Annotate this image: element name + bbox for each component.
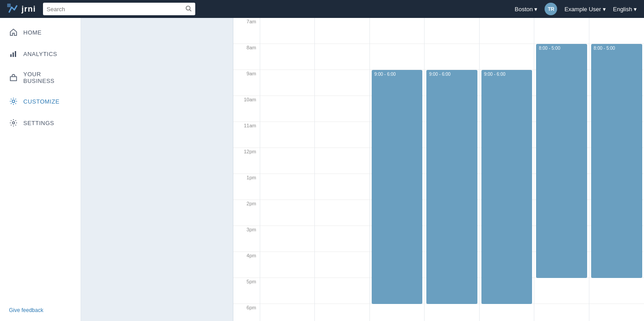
schedule-block-col5-label: 9:00 - 6:00: [484, 72, 506, 77]
language-label: English: [613, 6, 632, 13]
time-slot-10am: 10am: [233, 96, 260, 122]
time-slot-2pm: 2pm: [233, 200, 260, 226]
schedule-area[interactable]: 7am 8am 9am 10am 11am 12pm 1pm 2pm 3pm 4…: [233, 18, 644, 321]
schedule-block-col4-label: 9:00 - 6:00: [429, 72, 451, 77]
time-slot-5pm: 5pm: [233, 278, 260, 304]
sidebar-customize-label: CUSTOMIZE: [23, 98, 60, 105]
header-right: Boston ▾ TR Example User ▾ English ▾: [515, 3, 637, 15]
day-col-5: 9:00 - 6:00: [480, 18, 534, 321]
svg-rect-4: [13, 52, 14, 57]
language-selector[interactable]: English ▾: [613, 6, 637, 13]
time-slot-4pm: 4pm: [233, 252, 260, 278]
svg-line-2: [190, 9, 192, 11]
search-button[interactable]: [185, 5, 192, 13]
time-slot-12pm: 12pm: [233, 148, 260, 174]
user-dropdown-icon: ▾: [603, 6, 606, 13]
location-selector[interactable]: Boston ▾: [515, 6, 537, 13]
settings-icon: [9, 118, 18, 127]
svg-point-8: [13, 122, 15, 124]
left-panel: [81, 18, 233, 321]
search-icon: [185, 5, 192, 12]
customize-icon: [9, 97, 18, 106]
svg-point-1: [186, 6, 190, 10]
sidebar-business-label: YOUR BUSINESS: [23, 71, 72, 84]
sidebar-item-customize[interactable]: CUSTOMIZE: [0, 91, 81, 112]
day-col-3: 9:00 - 6:00: [370, 18, 425, 321]
search-input[interactable]: [47, 6, 185, 13]
content-area: 7am 8am 9am 10am 11am 12pm 1pm 2pm 3pm 4…: [81, 18, 644, 321]
svg-point-7: [12, 100, 15, 103]
logo-text: jrni: [21, 4, 36, 14]
sidebar-nav: HOME ANALYTICS: [0, 22, 81, 300]
time-slot-8am: 8am: [233, 44, 260, 70]
sidebar-analytics-label: ANALYTICS: [23, 51, 57, 57]
language-dropdown-icon: ▾: [634, 6, 637, 13]
logo: jrni: [7, 4, 36, 14]
search-box: [43, 3, 195, 15]
schedule-block-col5[interactable]: 9:00 - 6:00: [481, 70, 532, 304]
sidebar-item-your-business[interactable]: YOUR BUSINESS: [0, 65, 81, 91]
logo-icon: [7, 4, 20, 14]
analytics-icon: [9, 49, 18, 58]
sidebar-settings-label: SETTINGS: [23, 120, 54, 126]
day-col-4: 9:00 - 6:00: [425, 18, 479, 321]
header: jrni Boston ▾ TR Example User ▾ English …: [0, 0, 644, 18]
day-col-6: 8:00 - 5:00: [534, 18, 589, 321]
main-layout: HOME ANALYTICS: [0, 18, 644, 321]
location-label: Boston: [515, 6, 532, 13]
user-name-label: Example User: [564, 6, 601, 13]
svg-rect-6: [10, 77, 17, 81]
day-col-2: [315, 18, 369, 321]
sidebar: HOME ANALYTICS: [0, 18, 81, 321]
svg-rect-0: [7, 4, 11, 7]
time-slot-1pm: 1pm: [233, 174, 260, 200]
day-col-1: [260, 18, 315, 321]
sidebar-footer: Give feedback: [0, 300, 81, 321]
schedule-block-col7-label: 8:00 - 5:00: [594, 46, 615, 51]
schedule-block-col6[interactable]: 8:00 - 5:00: [536, 44, 587, 278]
day-col-7: 8:00 - 5:00: [589, 18, 644, 321]
schedule-block-col3-label: 9:00 - 6:00: [374, 72, 396, 77]
days-grid: 9:00 - 6:00: [260, 18, 644, 321]
schedule-grid: 7am 8am 9am 10am 11am 12pm 1pm 2pm 3pm 4…: [233, 18, 644, 321]
schedule-block-col4[interactable]: 9:00 - 6:00: [426, 70, 477, 304]
schedule-block-col6-label: 8:00 - 5:00: [539, 46, 560, 51]
location-dropdown-icon: ▾: [534, 6, 537, 13]
user-menu[interactable]: Example User ▾: [564, 6, 605, 13]
time-slot-11am: 11am: [233, 122, 260, 148]
avatar: TR: [545, 3, 557, 15]
time-column: 7am 8am 9am 10am 11am 12pm 1pm 2pm 3pm 4…: [233, 18, 260, 321]
sidebar-item-home[interactable]: HOME: [0, 22, 81, 43]
home-icon: [9, 28, 18, 37]
business-icon: [9, 73, 18, 82]
give-feedback-link[interactable]: Give feedback: [9, 307, 43, 313]
svg-rect-5: [15, 51, 16, 57]
sidebar-home-label: HOME: [23, 29, 42, 36]
svg-rect-3: [10, 54, 12, 57]
sidebar-item-settings[interactable]: SETTINGS: [0, 112, 81, 134]
time-slot-7am: 7am: [233, 18, 260, 44]
schedule-block-col3[interactable]: 9:00 - 6:00: [372, 70, 422, 304]
schedule-block-col7[interactable]: 8:00 - 5:00: [591, 44, 642, 278]
time-slot-9am: 9am: [233, 70, 260, 96]
sidebar-item-analytics[interactable]: ANALYTICS: [0, 43, 81, 65]
time-slot-6pm: 6pm: [233, 304, 260, 321]
time-slot-3pm: 3pm: [233, 226, 260, 252]
